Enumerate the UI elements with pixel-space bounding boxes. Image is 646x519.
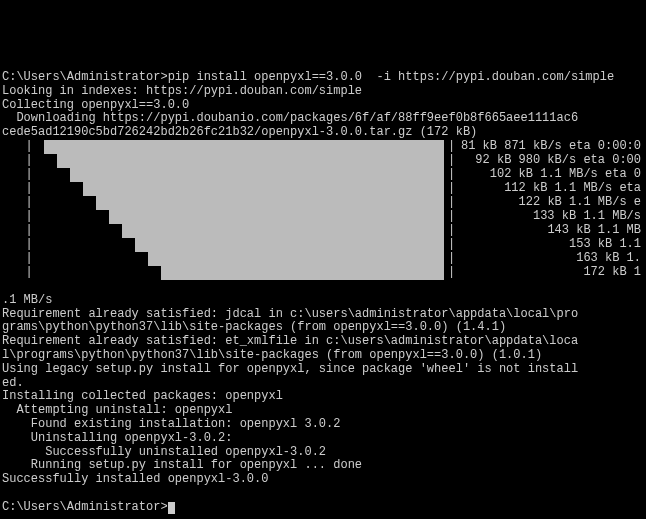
progress-text: 143 kB 1.1 MB xyxy=(459,224,644,238)
progress-bar xyxy=(44,252,444,266)
output-line: Successfully installed openpyxl-3.0.0 xyxy=(2,472,268,486)
progress-edge-left: | xyxy=(14,168,44,182)
progress-row: ||143 kB 1.1 MB xyxy=(14,224,644,238)
progress-edge-right: | xyxy=(444,140,459,154)
output-line: Requirement already satisfied: et_xmlfil… xyxy=(2,334,578,348)
output-line: Using legacy setup.py install for openpy… xyxy=(2,362,578,376)
progress-edge-left: | xyxy=(14,210,44,224)
progress-edge-right: | xyxy=(444,266,459,280)
progress-row: ||153 kB 1.1 xyxy=(14,238,644,252)
output-line: Running setup.py install for openpyxl ..… xyxy=(2,458,362,472)
progress-text: 112 kB 1.1 MB/s eta xyxy=(459,182,644,196)
output-line: Uninstalling openpyxl-3.0.2: xyxy=(2,431,232,445)
output-line: Found existing installation: openpyxl 3.… xyxy=(2,417,340,431)
progress-edge-right: | xyxy=(444,196,459,210)
progress-text: 172 kB 1 xyxy=(459,266,644,280)
progress-edge-left: | xyxy=(14,196,44,210)
progress-text: 133 kB 1.1 MB/s xyxy=(459,210,644,224)
progress-text: 163 kB 1. xyxy=(459,252,644,266)
progress-edge-left: | xyxy=(14,238,44,252)
progress-edge-left: | xyxy=(14,154,44,168)
progress-text: 153 kB 1.1 xyxy=(459,238,644,252)
progress-text: 122 kB 1.1 MB/s e xyxy=(459,196,644,210)
progress-edge-right: | xyxy=(444,182,459,196)
progress-row: ||81 kB 871 kB/s eta 0:00:0 xyxy=(14,140,644,154)
cursor xyxy=(168,502,175,514)
progress-text: 102 kB 1.1 MB/s eta 0 xyxy=(459,168,644,182)
output-line: ed. xyxy=(2,376,24,390)
progress-bar xyxy=(44,238,444,252)
output-line: Downloading https://pypi.doubanio.com/pa… xyxy=(2,111,578,125)
output-line: grams\python\python37\lib\site-packages … xyxy=(2,320,506,334)
progress-edge-right: | xyxy=(444,168,459,182)
progress-edge-left: | xyxy=(14,266,44,280)
prompt-path: C:\Users\Administrator> xyxy=(2,70,168,84)
progress-row: ||122 kB 1.1 MB/s e xyxy=(14,196,644,210)
progress-bar xyxy=(44,196,444,210)
progress-bar xyxy=(44,168,444,182)
output-line: Collecting openpyxl==3.0.0 xyxy=(2,98,189,112)
progress-edge-right: | xyxy=(444,252,459,266)
progress-bar xyxy=(44,224,444,238)
progress-edge-right: | xyxy=(444,210,459,224)
progress-edge-left: | xyxy=(14,182,44,196)
progress-edge-left: | xyxy=(14,140,44,154)
progress-text: 92 kB 980 kB/s eta 0:00 xyxy=(459,154,644,168)
progress-edge-right: | xyxy=(444,224,459,238)
output-line: cede5ad12190c5bd726242bd2b26fc21b32/open… xyxy=(2,125,477,139)
output-line: Looking in indexes: https://pypi.douban.… xyxy=(2,84,362,98)
output-line: Installing collected packages: openpyxl xyxy=(2,389,283,403)
terminal-output[interactable]: C:\Users\Administrator>pip install openp… xyxy=(2,57,644,514)
progress-row: ||112 kB 1.1 MB/s eta xyxy=(14,182,644,196)
output-line: Successfully uninstalled openpyxl-3.0.2 xyxy=(2,445,326,459)
progress-row: ||172 kB 1 xyxy=(14,266,644,280)
progress-bar xyxy=(44,182,444,196)
progress-row: ||102 kB 1.1 MB/s eta 0 xyxy=(14,168,644,182)
progress-row: ||133 kB 1.1 MB/s xyxy=(14,210,644,224)
output-line: l\programs\python\python37\lib\site-pack… xyxy=(2,348,542,362)
progress-bar xyxy=(44,266,444,280)
progress-row: ||92 kB 980 kB/s eta 0:00 xyxy=(14,154,644,168)
output-line: Attempting uninstall: openpyxl xyxy=(2,403,232,417)
output-line: Requirement already satisfied: jdcal in … xyxy=(2,307,578,321)
progress-edge-right: | xyxy=(444,154,459,168)
progress-edge-right: | xyxy=(444,238,459,252)
progress-bar xyxy=(44,154,444,168)
progress-row: ||163 kB 1. xyxy=(14,252,644,266)
progress-edge-left: | xyxy=(14,252,44,266)
progress-edge-left: | xyxy=(14,224,44,238)
progress-text: 81 kB 871 kB/s eta 0:00:0 xyxy=(459,140,644,154)
output-line: .1 MB/s xyxy=(2,293,52,307)
progress-area: ||81 kB 871 kB/s eta 0:00:0||92 kB 980 k… xyxy=(2,140,644,280)
progress-bar xyxy=(44,210,444,224)
command-text: pip install openpyxl==3.0.0 -i https://p… xyxy=(168,70,614,84)
prompt-path: C:\Users\Administrator> xyxy=(2,500,168,514)
progress-bar xyxy=(44,140,444,154)
